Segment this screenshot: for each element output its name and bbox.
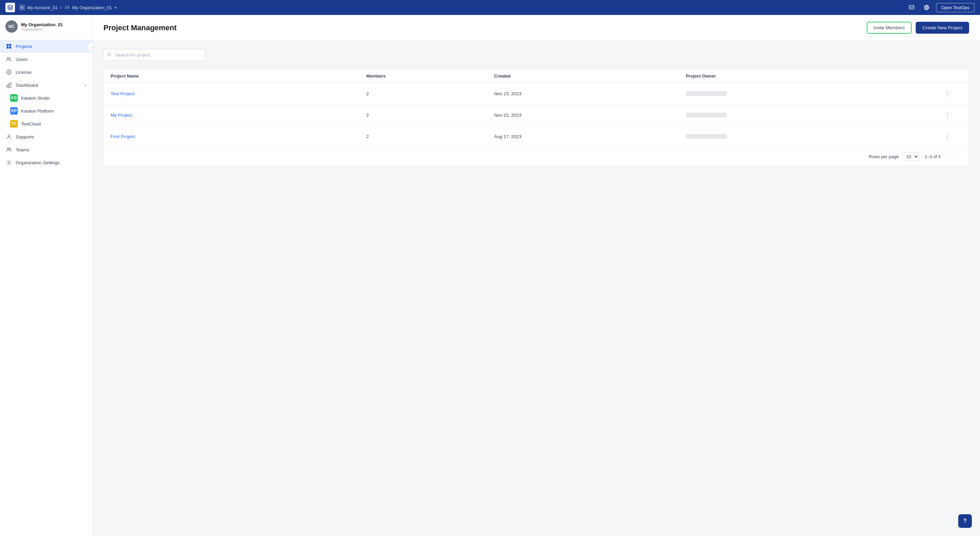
members-cell: 2 — [366, 113, 494, 118]
invite-members-button[interactable]: Invite Members — [867, 22, 912, 34]
sidebar-item-label: License — [16, 70, 32, 75]
table-row: Test Project 2 Nov 23, 2023 ⋮ — [104, 83, 969, 105]
members-cell: 2 — [366, 134, 494, 139]
create-new-project-button[interactable]: Create New Project — [916, 22, 969, 34]
notifications-button[interactable] — [906, 2, 917, 13]
actions-cell: ⋮ — [942, 110, 962, 120]
svg-point-13 — [8, 135, 10, 136]
sidebar-org-type: Organization — [21, 27, 63, 31]
sidebar-item-supports[interactable]: Supports — [0, 130, 92, 143]
svg-point-9 — [8, 71, 10, 73]
org-name[interactable]: My Organization_01 — [72, 5, 111, 10]
dashboard-expand-icon: ∧ — [84, 83, 87, 87]
sidebar-item-label: Dashboard — [16, 82, 38, 88]
pagination-nav: ‹ › — [946, 152, 962, 161]
col-project-name: Project Name — [111, 73, 366, 79]
sidebar-item-testcloud[interactable]: TC TestCloud — [0, 117, 92, 130]
app-layout: MC My Organization_01 Organization ‹ Pro — [0, 15, 980, 536]
sidebar-item-license[interactable]: License — [0, 66, 92, 79]
breadcrumb: ⊞ My Account_01 > ⛙ My Organization_01 ▾ — [19, 5, 116, 11]
members-cell: 2 — [366, 91, 494, 96]
sidebar-item-dashboard[interactable]: Dashboard ∧ — [0, 79, 92, 92]
rows-per-page: Rows per page: 10 20 50 — [869, 152, 919, 161]
actions-cell: ⋮ — [942, 131, 962, 141]
page-title: Project Management — [103, 24, 177, 32]
sidebar-item-label: Users — [16, 57, 27, 62]
pagination-info: 1–3 of 3 — [924, 154, 940, 159]
sidebar-item-org-settings[interactable]: Organization Settings — [0, 156, 92, 169]
svg-rect-3 — [9, 44, 11, 46]
table-header: Project Name Members Created Project Own… — [104, 70, 969, 83]
account-name[interactable]: My Account_01 — [27, 5, 57, 10]
dashboard-icon — [5, 82, 12, 89]
col-actions — [942, 73, 962, 79]
sidebar-item-label: Katalon Studio — [21, 95, 50, 101]
sidebar-item-label: Katalon Platform — [21, 108, 54, 114]
supports-icon — [5, 133, 12, 140]
svg-rect-4 — [6, 47, 8, 49]
sidebar-item-katalon-studio[interactable]: KS Katalon Studio — [0, 92, 92, 105]
account-icon: ⊞ — [19, 5, 25, 11]
row-more-button[interactable]: ⋮ — [942, 110, 953, 120]
owner-cell — [686, 91, 942, 96]
col-created: Created — [494, 73, 686, 79]
katalon-studio-icon: KS — [10, 94, 18, 102]
col-project-owner: Project Owner — [686, 73, 942, 79]
owner-cell — [686, 134, 942, 139]
org-dropdown-chevron[interactable]: ▾ — [115, 6, 116, 10]
project-name-link[interactable]: My Project — [111, 113, 132, 118]
col-members: Members — [366, 73, 494, 79]
sidebar-item-projects[interactable]: Projects — [0, 40, 92, 53]
globe-button[interactable] — [921, 2, 932, 13]
prev-page-button[interactable]: ‹ — [946, 152, 953, 161]
testcloud-icon: TC — [10, 120, 18, 128]
avatar: MC — [5, 21, 18, 33]
sidebar-org-name: My Organization_01 — [21, 22, 63, 27]
projects-icon — [5, 43, 12, 50]
svg-rect-0 — [909, 5, 914, 9]
table-row: First Project 2 Aug 17, 2023 ⋮ — [104, 126, 969, 147]
row-more-button[interactable]: ⋮ — [942, 89, 953, 98]
org-icon: ⛙ — [64, 5, 70, 11]
owner-placeholder — [686, 91, 727, 96]
org-header: MC My Organization_01 Organization — [0, 15, 92, 37]
sidebar-nav: Projects Users — [0, 37, 92, 536]
org-info: My Organization_01 Organization — [21, 22, 63, 31]
license-icon — [5, 69, 12, 76]
project-name-link[interactable]: Test Project — [111, 91, 135, 96]
header-actions: Invite Members Create New Project — [867, 22, 969, 34]
table-row: My Project 2 Nov 22, 2023 ⋮ — [104, 105, 969, 126]
owner-placeholder — [686, 134, 727, 139]
owner-cell — [686, 113, 942, 117]
teams-icon — [5, 146, 12, 153]
sidebar-item-teams[interactable]: Teams — [0, 143, 92, 156]
row-more-button[interactable]: ⋮ — [942, 131, 953, 141]
open-testops-button[interactable]: Open TestOps — [936, 3, 975, 12]
project-name-link[interactable]: First Project — [111, 134, 135, 139]
search-box — [103, 49, 205, 61]
svg-point-6 — [7, 57, 9, 59]
sidebar-item-label: Organization Settings — [16, 160, 60, 165]
svg-point-14 — [7, 148, 9, 150]
top-navigation: ⊞ My Account_01 > ⛙ My Organization_01 ▾… — [0, 0, 980, 15]
sidebar-item-label: TestCloud — [21, 121, 41, 127]
svg-rect-12 — [10, 82, 11, 87]
next-page-button[interactable]: › — [955, 152, 962, 161]
svg-point-7 — [10, 57, 11, 59]
content-area: Project Name Members Created Project Own… — [92, 41, 980, 174]
search-icon — [107, 52, 111, 58]
sidebar-item-katalon-platform[interactable]: KP Katalon Platform — [0, 105, 92, 117]
search-input[interactable] — [103, 49, 205, 61]
katalon-logo — [5, 3, 15, 12]
katalon-platform-icon: KP — [10, 107, 18, 115]
breadcrumb-separator: > — [60, 5, 62, 10]
rows-per-page-select[interactable]: 10 20 50 — [902, 152, 919, 161]
svg-rect-2 — [6, 44, 8, 46]
project-name-cell: My Project — [111, 113, 366, 118]
settings-icon — [5, 159, 12, 166]
sidebar-item-users[interactable]: Users — [0, 53, 92, 66]
project-name-cell: Test Project — [111, 91, 366, 96]
top-nav-right: Open TestOps — [906, 2, 975, 13]
help-button[interactable]: ? — [958, 514, 972, 528]
users-icon — [5, 56, 12, 63]
